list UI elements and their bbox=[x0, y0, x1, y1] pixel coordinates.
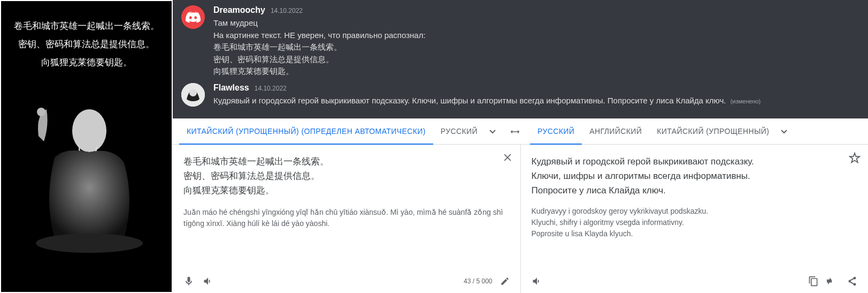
source-image-panel: 卷毛和城市英雄一起喊出一条线索。 密钥、密码和算法总是提供信息。 向狐狸克莱德要… bbox=[0, 0, 173, 293]
tab-detected-language[interactable]: КИТАЙСКИЙ (УПРОЩЕННЫЙ) (ОПРЕДЕЛЕН АВТОМА… bbox=[179, 119, 433, 145]
thumbs-feedback-icon[interactable] bbox=[826, 276, 839, 287]
output-line: Попросите у лиса Клайда ключ. bbox=[532, 183, 858, 198]
source-image-text: 卷毛和城市英雄一起喊出一条线索。 密钥、密码和算法总是提供信息。 向狐狸克莱德要… bbox=[10, 17, 164, 72]
source-line: 卷毛和城市英雄一起喊出一条线索。 bbox=[183, 154, 510, 169]
message-header: Flawless 14.10.2022 bbox=[213, 83, 859, 93]
text-line: 密钥、密码和算法总是提供信息。 bbox=[213, 54, 859, 66]
edited-marker: (изменено) bbox=[731, 98, 761, 104]
output-line: Ключи, шифры и алгоритмы всегда информат… bbox=[532, 169, 858, 183]
source-footer: 43 / 5 000 bbox=[183, 271, 510, 287]
star-button[interactable] bbox=[849, 152, 861, 164]
text-line: 向狐狸克莱德要钥匙。 bbox=[213, 65, 859, 78]
text-line: Кудрявый и городской герой выкрикивают п… bbox=[213, 96, 726, 105]
swap-languages-button[interactable] bbox=[504, 121, 526, 142]
avatar-icon bbox=[181, 83, 205, 107]
language-tabs: КИТАЙСКИЙ (УПРОЩЕННЫЙ) (ОПРЕДЕЛЕН АВТОМА… bbox=[173, 119, 868, 145]
source-line: 密钥、密码和算法总是提供信息。 bbox=[14, 35, 159, 54]
speaker-icon[interactable] bbox=[532, 276, 542, 287]
output-line: Кудрявый и городской герой выкрикивают п… bbox=[532, 154, 858, 169]
source-line: 卷毛和城市英雄一起喊出一条线索。 bbox=[14, 17, 159, 35]
chevron-down-icon[interactable] bbox=[777, 130, 792, 134]
text-line: 卷毛和城市英雄一起喊出一条线索。 bbox=[213, 41, 859, 54]
text-line: На картинке текст. НЕ уверен, что правил… bbox=[213, 29, 859, 42]
text-line: Там мудрец bbox=[213, 17, 859, 29]
avatar[interactable] bbox=[181, 83, 205, 107]
message-content: Dreamoochy 14.10.2022 Там мудрец На карт… bbox=[213, 5, 859, 78]
discord-message: Flawless 14.10.2022 Кудрявый и городской… bbox=[181, 83, 859, 107]
right-panel: Dreamoochy 14.10.2022 Там мудрец На карт… bbox=[173, 0, 868, 293]
pinyin-transliteration: Juǎn máo hé chéngshì yīngxióng yīqǐ hǎn … bbox=[183, 207, 510, 229]
svg-point-5 bbox=[189, 89, 197, 96]
message-content: Flawless 14.10.2022 Кудрявый и городской… bbox=[213, 83, 859, 107]
translation-output: Кудрявый и городской герой выкрикивают п… bbox=[532, 154, 858, 198]
target-pane: Кудрявый и городской герой выкрикивают п… bbox=[521, 145, 869, 293]
tab-russian-target[interactable]: РУССКИЙ bbox=[530, 119, 582, 145]
username[interactable]: Flawless bbox=[213, 83, 249, 93]
source-line: 向狐狸克莱德要钥匙。 bbox=[14, 54, 159, 72]
svg-point-2 bbox=[37, 108, 45, 116]
character-counter: 43 / 5 000 bbox=[464, 277, 492, 285]
source-line: 向狐狸克莱德要钥匙。 bbox=[183, 183, 510, 198]
copy-icon[interactable] bbox=[808, 276, 819, 287]
source-line: 密钥、密码和算法总是提供信息。 bbox=[183, 169, 510, 183]
avatar[interactable] bbox=[181, 5, 205, 29]
clear-button[interactable] bbox=[502, 152, 513, 163]
pencil-icon[interactable] bbox=[500, 276, 510, 286]
discord-chat: Dreamoochy 14.10.2022 Там мудрец На карт… bbox=[173, 0, 868, 118]
elder-photo bbox=[12, 82, 162, 254]
chevron-down-icon[interactable] bbox=[485, 130, 500, 134]
tab-russian-source[interactable]: РУССКИЙ bbox=[433, 119, 485, 145]
svg-point-1 bbox=[72, 109, 106, 152]
timestamp: 14.10.2022 bbox=[271, 7, 303, 14]
message-body: Там мудрец На картинке текст. НЕ уверен,… bbox=[213, 17, 859, 78]
message-header: Dreamoochy 14.10.2022 bbox=[213, 5, 859, 15]
message-body: Кудрявый и городской герой выкрикивают п… bbox=[213, 95, 859, 107]
microphone-icon[interactable] bbox=[183, 276, 194, 287]
discord-message: Dreamoochy 14.10.2022 Там мудрец На карт… bbox=[181, 5, 859, 78]
svg-point-3 bbox=[36, 234, 143, 253]
timestamp: 14.10.2022 bbox=[255, 85, 287, 92]
target-footer bbox=[532, 271, 858, 287]
source-lang-tabs: КИТАЙСКИЙ (УПРОЩЕННЫЙ) (ОПРЕДЕЛЕН АВТОМА… bbox=[179, 119, 500, 145]
source-text[interactable]: 卷毛和城市英雄一起喊出一条线索。 密钥、密码和算法总是提供信息。 向狐狸克莱德要… bbox=[183, 154, 510, 198]
share-icon[interactable] bbox=[847, 276, 857, 287]
source-pane: 卷毛和城市英雄一起喊出一条线索。 密钥、密码和算法总是提供信息。 向狐狸克莱德要… bbox=[173, 145, 521, 293]
translit-line: Klyuchi, shifry i algoritmy vsegda infor… bbox=[532, 217, 858, 228]
username[interactable]: Dreamoochy bbox=[213, 5, 265, 15]
target-lang-tabs: РУССКИЙ АНГЛИЙСКИЙ КИТАЙСКИЙ (УПРОЩЕННЫЙ… bbox=[530, 119, 792, 145]
tab-english-target[interactable]: АНГЛИЙСКИЙ bbox=[582, 119, 649, 145]
discord-logo-icon bbox=[186, 12, 201, 22]
translate-body: 卷毛和城市英雄一起喊出一条线索。 密钥、密码和算法总是提供信息。 向狐狸克莱德要… bbox=[173, 145, 868, 293]
translit-line: Kudryavyy i gorodskoy geroy vykrikivayut… bbox=[532, 206, 858, 217]
tab-chinese-target[interactable]: КИТАЙСКИЙ (УПРОЩЕННЫЙ) bbox=[649, 119, 777, 145]
translit-line: Poprosite u lisa Klayda klyuch. bbox=[532, 228, 858, 239]
google-translate: КИТАЙСКИЙ (УПРОЩЕННЫЙ) (ОПРЕДЕЛЕН АВТОМА… bbox=[173, 118, 868, 293]
transliteration-output: Kudryavyy i gorodskoy geroy vykrikivayut… bbox=[532, 206, 858, 239]
speaker-icon[interactable] bbox=[203, 276, 213, 287]
